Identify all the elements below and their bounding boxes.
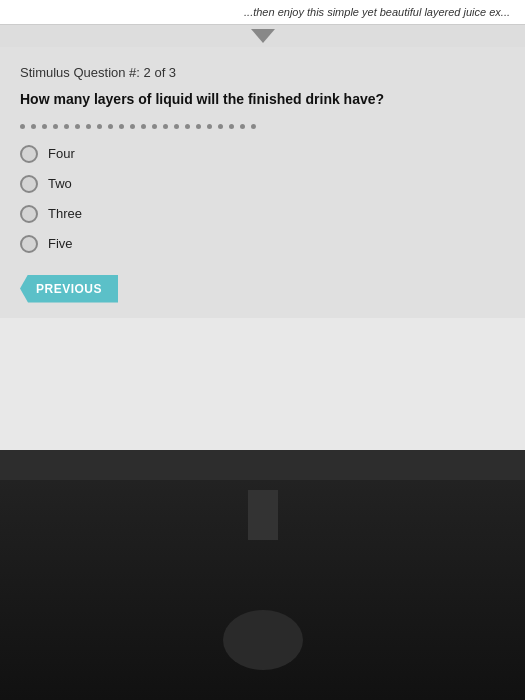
separator-dot [119,124,124,129]
option-label-two: Two [48,176,72,191]
separator-dot [31,124,36,129]
question-text: How many layers of liquid will the finis… [20,90,505,110]
separator-dot [20,124,25,129]
monitor-frame-bottom [0,450,525,480]
top-text: ...then enjoy this simple yet beautiful … [244,6,510,18]
options-list: Four Two Three Five [20,145,505,253]
previous-button[interactable]: PREVIOUS [20,275,118,303]
separator-dot [240,124,245,129]
separator-dot [196,124,201,129]
separator-dot [75,124,80,129]
stimulus-label: Stimulus Question #: 2 of 3 [20,65,505,80]
separator-dot [251,124,256,129]
separator-dot [53,124,58,129]
separator-dot [42,124,47,129]
option-label-four: Four [48,146,75,161]
option-item-two[interactable]: Two [20,175,505,193]
separator-dot [229,124,234,129]
monitor-bottom [0,480,525,700]
scroll-arrow-container [0,25,525,47]
radio-three[interactable] [20,205,38,223]
screen: ...then enjoy this simple yet beautiful … [0,0,525,700]
separator-dot [97,124,102,129]
separator-dot [86,124,91,129]
separator-dot [185,124,190,129]
radio-two[interactable] [20,175,38,193]
separator-dot [64,124,69,129]
monitor-stand-neck [248,490,278,540]
option-item-five[interactable]: Five [20,235,505,253]
option-label-three: Three [48,206,82,221]
separator-dot [163,124,168,129]
separator-dot [207,124,212,129]
dotted-separator [20,124,505,129]
radio-five[interactable] [20,235,38,253]
separator-dot [174,124,179,129]
content-area: ...then enjoy this simple yet beautiful … [0,0,525,480]
separator-dot [152,124,157,129]
separator-dot [130,124,135,129]
option-item-four[interactable]: Four [20,145,505,163]
option-label-five: Five [48,236,73,251]
separator-dot [108,124,113,129]
top-partial-text: ...then enjoy this simple yet beautiful … [0,0,525,25]
monitor-stand-base [223,610,303,670]
separator-dot [218,124,223,129]
radio-four[interactable] [20,145,38,163]
option-item-three[interactable]: Three [20,205,505,223]
scroll-down-arrow [251,29,275,43]
separator-dot [141,124,146,129]
quiz-container: Stimulus Question #: 2 of 3 How many lay… [0,47,525,318]
